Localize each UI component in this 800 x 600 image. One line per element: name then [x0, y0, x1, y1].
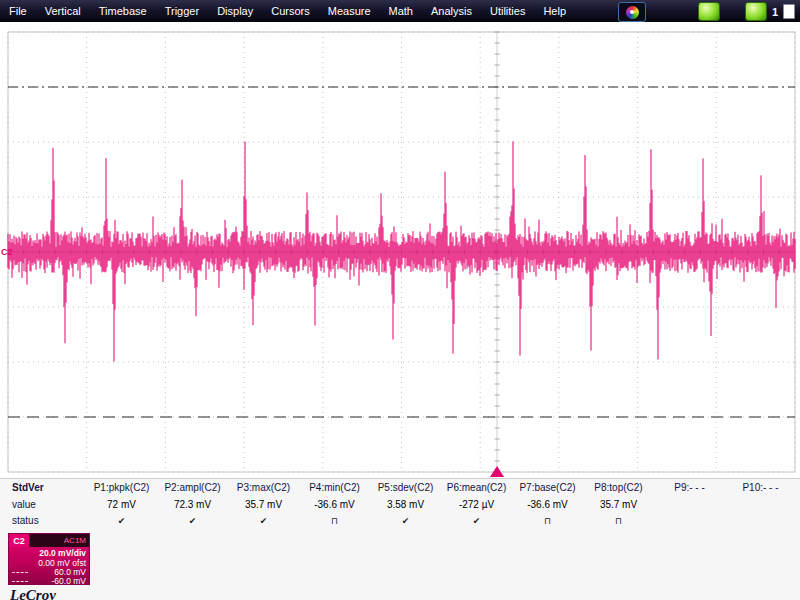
measurement-panel: StdVer P1:pkpk(C2) P2:ampl(C2) P3:max(C2…	[0, 478, 800, 530]
measurement-value-p2: 72.3 mV	[157, 499, 228, 510]
measurement-value-p3: 35.7 mV	[228, 499, 299, 510]
measurement-name-row: StdVer P1:pkpk(C2) P2:ampl(C2) P3:max(C2…	[0, 479, 800, 496]
menu-item-file[interactable]: File	[0, 0, 36, 22]
menu-item-help[interactable]: Help	[534, 0, 575, 22]
measurement-name-p10[interactable]: P10:- - -	[725, 482, 796, 493]
measurement-name-p3[interactable]: P3:max(C2)	[228, 482, 299, 493]
measurement-value-p1: 72 mV	[86, 499, 157, 510]
measurement-value-p4: -36.6 mV	[299, 499, 370, 510]
lecroy-logo: LeCroy	[10, 588, 66, 600]
channel-header: C2 AC1M	[9, 534, 89, 547]
measurement-name-p9[interactable]: P9:- - -	[654, 482, 725, 493]
measure-mode-label: StdVer	[0, 482, 86, 493]
measurement-status-p8: ⊓	[583, 516, 654, 526]
measurement-status-p3: ✔	[228, 516, 299, 526]
measurement-status-p5: ✔	[370, 516, 441, 526]
channel-descriptor-c2[interactable]: C2 AC1M 20.0 mV/div 0.00 mV ofst 60.0 mV…	[8, 533, 90, 585]
menu-item-measure[interactable]: Measure	[319, 0, 380, 22]
menu-item-timebase[interactable]: Timebase	[90, 0, 156, 22]
measurement-value-p7: -36.6 mV	[512, 499, 583, 510]
menu-item-math[interactable]: Math	[380, 0, 422, 22]
menu-bar: File Vertical Timebase Trigger Display C…	[0, 0, 800, 22]
menu-item-vertical[interactable]: Vertical	[36, 0, 90, 22]
menu-tray: 1	[745, 2, 795, 21]
channel-lower-level: -60.0 mV	[52, 577, 87, 586]
dashdot-line-icon	[12, 572, 28, 573]
measurement-name-p2[interactable]: P2:ampl(C2)	[157, 482, 228, 493]
dash-line-icon	[12, 581, 28, 582]
svg-text:C2: C2	[1, 247, 13, 257]
channel-volts-div: 20.0 mV/div	[12, 548, 86, 558]
measurement-status-p7: ⊓	[512, 516, 583, 526]
menu-item-analysis[interactable]: Analysis	[422, 0, 481, 22]
measurement-name-p1[interactable]: P1:pkpk(C2)	[86, 482, 157, 493]
measurement-value-p6: -272 µV	[441, 499, 512, 510]
status-row-label: status	[0, 515, 86, 526]
scope-graticule: C2	[0, 22, 800, 478]
menu-item-trigger[interactable]: Trigger	[156, 0, 208, 22]
menu-item-utilities[interactable]: Utilities	[481, 0, 534, 22]
waveform-display: C2	[0, 22, 800, 478]
channel-label: C2	[9, 534, 30, 547]
menu-item-cursors[interactable]: Cursors	[262, 0, 319, 22]
pinwheel-glyph	[626, 6, 639, 19]
measurement-name-p8[interactable]: P8:top(C2)	[583, 482, 654, 493]
panel-led-icon[interactable]	[745, 2, 767, 21]
channel-lower-level-row: -60.0 mV	[12, 577, 86, 586]
lecroy-pinwheel-icon[interactable]	[618, 2, 646, 22]
value-row-label: value	[0, 499, 86, 510]
channel-coupling-label: AC1M	[30, 534, 89, 547]
measurement-name-p5[interactable]: P5:sdev(C2)	[370, 482, 441, 493]
page-count-label: 1	[772, 6, 778, 18]
measurement-value-p8: 35.7 mV	[583, 499, 654, 510]
measurement-status-row: status ✔ ✔ ✔ ⊓ ✔ ✔ ⊓ ⊓	[0, 513, 800, 528]
oscilloscope-app: File Vertical Timebase Trigger Display C…	[0, 0, 800, 600]
measurement-status-p1: ✔	[86, 516, 157, 526]
measurement-value-row: value 72 mV 72.3 mV 35.7 mV -36.6 mV 3.5…	[0, 496, 800, 513]
document-icon[interactable]	[783, 4, 795, 19]
measurement-name-p7[interactable]: P7:base(C2)	[512, 482, 583, 493]
measurement-name-p4[interactable]: P4:min(C2)	[299, 482, 370, 493]
measurement-value-p5: 3.58 mV	[370, 499, 441, 510]
status-led-icon[interactable]	[698, 2, 720, 21]
measurement-name-p6[interactable]: P6:mean(C2)	[441, 482, 512, 493]
measurement-status-p2: ✔	[157, 516, 228, 526]
measurement-status-p6: ✔	[441, 516, 512, 526]
menu-item-display[interactable]: Display	[208, 0, 262, 22]
bottom-panel: C2 AC1M 20.0 mV/div 0.00 mV ofst 60.0 mV…	[0, 530, 800, 600]
measurement-status-p4: ⊓	[299, 516, 370, 526]
trigger-position-marker[interactable]	[490, 466, 504, 477]
channel-settings: 20.0 mV/div 0.00 mV ofst 60.0 mV -60.0 m…	[9, 547, 89, 586]
